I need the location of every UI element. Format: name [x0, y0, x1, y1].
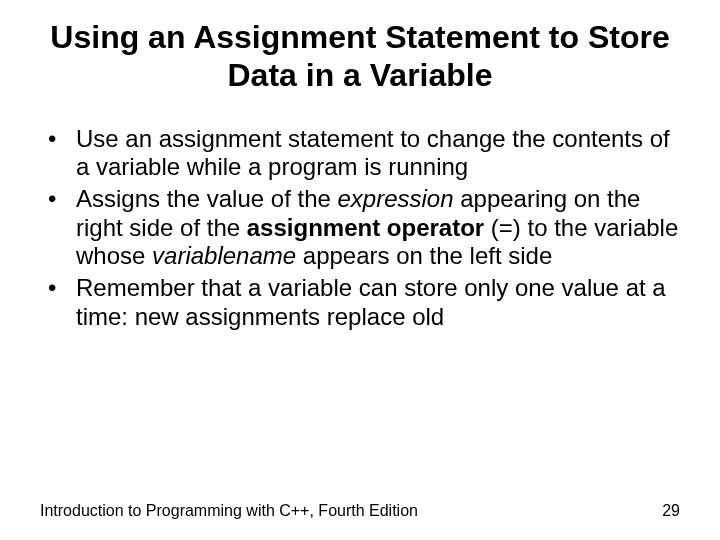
- bullet-item: Use an assignment statement to change th…: [40, 125, 680, 182]
- bullet-item: Assigns the value of the expression appe…: [40, 185, 680, 270]
- page-number: 29: [662, 502, 680, 520]
- bullet-text-italic: expression: [338, 185, 454, 212]
- slide-body: Use an assignment statement to change th…: [0, 95, 720, 331]
- bullet-text: Use an assignment statement to change th…: [76, 125, 670, 180]
- footer-left: Introduction to Programming with C++, Fo…: [40, 502, 418, 520]
- slide-title: Using an Assignment Statement to Store D…: [0, 0, 720, 95]
- bullet-text: Remember that a variable can store only …: [76, 274, 666, 329]
- bullet-item: Remember that a variable can store only …: [40, 274, 680, 331]
- bullet-list: Use an assignment statement to change th…: [40, 125, 680, 331]
- bullet-text-bold: assignment operator: [247, 214, 484, 241]
- bullet-text-italic: variablename: [152, 242, 296, 269]
- bullet-text: appears on the left side: [296, 242, 552, 269]
- slide: Using an Assignment Statement to Store D…: [0, 0, 720, 540]
- slide-footer: Introduction to Programming with C++, Fo…: [40, 502, 680, 520]
- bullet-text: Assigns the value of the: [76, 185, 338, 212]
